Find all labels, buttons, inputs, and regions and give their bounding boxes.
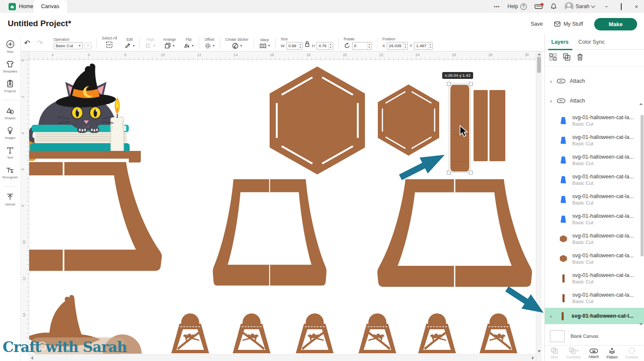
layer-row[interactable]: svg-01-halloween-cat-la... Basic Cut [545, 111, 644, 130]
sidebar-item-projects[interactable]: Projects [4, 79, 16, 93]
canvas-shape-lantern-frame-partial[interactable] [29, 162, 162, 273]
width-input[interactable]: 0.99 ▴▾ [286, 42, 303, 50]
tab-canvas[interactable]: Canvas [33, 0, 67, 13]
new-icon [6, 39, 15, 49]
canvas-shape-lantern-panel[interactable] [476, 312, 521, 354]
sidebar-item-shapes[interactable]: Shapes [5, 106, 15, 120]
canvas-content[interactable]: x:26.04 y:1.42 [29, 60, 536, 354]
select-all-icon[interactable] [106, 41, 113, 50]
toolbar: ↶ ↷ Operation Basic Cut ▾ ? Select All E… [21, 35, 544, 51]
sidebar-item-templates[interactable]: Templates [3, 60, 17, 73]
overflow-menu-icon[interactable]: ••• [494, 4, 500, 9]
window-close-button[interactable]: × [632, 3, 641, 10]
flip-menu[interactable]: ▾ [184, 42, 194, 49]
layer-operation: Basic Cut [572, 121, 634, 126]
operation-help-button[interactable]: ? [85, 42, 91, 49]
layer-row[interactable]: svg-01-halloween-cat-la... Basic Cut [545, 170, 644, 190]
combine-icon [569, 347, 578, 354]
position-y-input[interactable]: 1.487 ▴▾ [414, 42, 433, 50]
position-y-stepper[interactable]: ▴▾ [428, 42, 432, 49]
sidebar-item-monogram[interactable]: Monogram [3, 165, 18, 179]
expand-chevron-icon[interactable]: › [550, 98, 557, 104]
warp-menu[interactable]: ▾ [259, 43, 270, 49]
operation-dropdown[interactable]: Basic Cut ▾ [54, 42, 83, 49]
slice-button: Slice [550, 347, 558, 359]
rotate-stepper[interactable]: ▴▾ [367, 42, 371, 49]
canvas-shape-strut[interactable] [474, 90, 488, 161]
make-button[interactable]: Make [594, 18, 637, 30]
canvas-shape-table-lip[interactable] [129, 151, 141, 162]
canvas-shape-strut[interactable] [489, 90, 505, 161]
selection-handle[interactable] [469, 82, 473, 86]
canvas-shape-hexagon-large[interactable] [270, 66, 365, 174]
layer-row[interactable]: svg-01-halloween-cat-la... Basic Cut [545, 229, 644, 249]
layer-row[interactable]: svg-01-halloween-cat-la... Basic Cut [545, 130, 644, 150]
layer-operation: Basic Cut [572, 259, 634, 265]
canvas-shape-lantern-panel[interactable] [414, 312, 460, 354]
tab-color-sync[interactable]: Color Sync [578, 39, 605, 45]
canvas-shape-lantern-panel[interactable] [355, 312, 400, 354]
canvas-shape-hexagon-small[interactable] [378, 84, 439, 156]
sidebar-item-text[interactable]: Text [6, 146, 15, 159]
selection-handle[interactable] [469, 171, 473, 174]
machine-status-icon[interactable] [535, 4, 543, 9]
height-input[interactable]: 4.76 ▴▾ [316, 42, 333, 50]
position-x-input[interactable]: 26.039 ▴▾ [387, 42, 408, 50]
expand-chevron-icon[interactable]: › [550, 313, 557, 319]
sidebar-item-images[interactable]: Images [5, 126, 15, 140]
duplicate-button[interactable] [563, 53, 571, 63]
ruler-label: 22 [379, 53, 383, 57]
layer-name: svg-01-halloween-cat-l... [571, 313, 633, 319]
arrange-menu[interactable]: ▾ [164, 42, 174, 49]
undo-button[interactable]: ↶ [21, 39, 33, 48]
edit-menu[interactable]: ▾ [125, 42, 134, 49]
create-sticker-menu[interactable]: ▾ [232, 42, 242, 49]
sidebar-item-new[interactable]: New [6, 39, 15, 54]
flatten-button[interactable]: Flatten [607, 347, 618, 359]
window-minimize-button[interactable]: − [602, 3, 611, 10]
rotate-input[interactable]: 0 ▴▾ [352, 42, 372, 50]
help-menu[interactable]: Help ? [507, 3, 527, 10]
tab-layers[interactable]: Layers [551, 39, 568, 45]
layer-row[interactable]: svg-01-halloween-cat-la... Basic Cut [545, 150, 644, 170]
layer-row[interactable]: svg-01-halloween-cat-la... Basic Cut [545, 190, 644, 209]
lock-aspect-icon[interactable] [304, 41, 310, 47]
canvas-shape-table-top[interactable] [29, 151, 141, 159]
layer-row[interactable]: svg-01-halloween-cat-la... Basic Cut [545, 209, 644, 229]
attach-button[interactable]: Attach [589, 348, 599, 359]
window-maximize-button[interactable] [618, 3, 624, 10]
height-stepper[interactable]: ▴▾ [328, 42, 333, 49]
layer-row[interactable]: svg-01-halloween-cat-la... Basic Cut [545, 249, 644, 268]
notifications-bell-icon[interactable] [550, 3, 557, 10]
expand-chevron-icon[interactable]: › [550, 78, 557, 84]
selection-handle[interactable] [447, 82, 451, 86]
canvas-image-halloween-cat[interactable] [29, 62, 134, 161]
selection-handle[interactable] [447, 171, 451, 174]
layer-group-row[interactable]: › Attach [545, 91, 644, 111]
save-button[interactable]: Save [531, 21, 543, 27]
contour-icon [628, 347, 635, 354]
blank-canvas-row[interactable]: Blank Canvas [550, 330, 598, 342]
layer-row[interactable]: svg-01-halloween-cat-la... Basic Cut [545, 268, 644, 288]
user-menu[interactable]: Sarah [565, 2, 595, 11]
group-button[interactable] [549, 53, 557, 63]
blank-canvas-swatch[interactable] [550, 330, 565, 342]
flip-label: Flip [185, 37, 191, 42]
position-x-stepper[interactable]: ▴▾ [403, 42, 407, 49]
delete-button[interactable] [577, 53, 583, 63]
blank-canvas-label: Blank Canvas [571, 334, 598, 339]
layer-group-row[interactable]: › Attach [545, 71, 644, 91]
scrollbar-thumb[interactable] [537, 57, 541, 73]
panel-scrollbar-thumb[interactable] [641, 115, 644, 256]
layer-row[interactable]: svg-01-halloween-cat-la... Basic Cut [545, 288, 644, 308]
canvas-shape-lantern-panel[interactable] [229, 312, 274, 354]
canvas-shape-lantern-panel[interactable] [292, 312, 337, 354]
rotate-icon[interactable] [344, 42, 350, 49]
canvas-shape-lantern-frame-1[interactable] [213, 179, 327, 287]
my-stuff-button[interactable]: My Stuff [554, 21, 583, 27]
sidebar-item-upload[interactable]: Upload [5, 193, 15, 206]
layer-row-selected[interactable]: › svg-01-halloween-cat-l... [545, 308, 644, 324]
offset-menu[interactable]: ▾ [204, 42, 215, 49]
canvas-shape-lantern-frame-2[interactable] [377, 179, 532, 289]
width-stepper[interactable]: ▴▾ [298, 42, 302, 49]
